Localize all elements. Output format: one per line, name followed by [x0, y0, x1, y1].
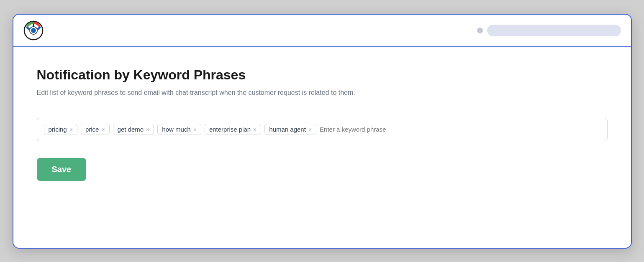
- tag-remove-button[interactable]: ×: [253, 127, 257, 132]
- tag-remove-button[interactable]: ×: [101, 127, 105, 132]
- chrome-logo-icon: [23, 20, 44, 41]
- address-bar[interactable]: [487, 25, 621, 36]
- browser-header: [13, 15, 631, 47]
- page-description: Edit list of keyword phrases to send ema…: [37, 88, 608, 98]
- tag-label: price: [85, 126, 99, 133]
- tag-label: enterprise plan: [209, 126, 251, 133]
- page-title: Notification by Keyword Phrases: [37, 67, 608, 83]
- address-dot: [477, 28, 483, 33]
- tag-remove-button[interactable]: ×: [69, 127, 73, 132]
- address-bar-area: [477, 25, 621, 36]
- tag-item: how much×: [157, 124, 201, 135]
- tags-input-container[interactable]: pricing×price×get demo×how much×enterpri…: [37, 118, 608, 141]
- tag-item: get demo×: [113, 124, 154, 135]
- tag-remove-button[interactable]: ×: [308, 127, 312, 132]
- tag-item: enterprise plan×: [205, 124, 261, 135]
- tag-label: get demo: [118, 126, 144, 133]
- tag-item: human agent×: [264, 124, 316, 135]
- tag-label: pricing: [49, 126, 67, 133]
- browser-window: Notification by Keyword Phrases Edit lis…: [13, 14, 632, 249]
- keyword-phrase-input[interactable]: [320, 126, 600, 133]
- tag-item: pricing×: [44, 124, 77, 135]
- tag-label: human agent: [269, 126, 306, 133]
- save-button[interactable]: Save: [37, 158, 87, 181]
- browser-content: Notification by Keyword Phrases Edit lis…: [13, 47, 631, 248]
- tag-item: price×: [81, 124, 110, 135]
- svg-point-3: [31, 28, 36, 33]
- tag-remove-button[interactable]: ×: [146, 127, 149, 132]
- tag-remove-button[interactable]: ×: [193, 127, 197, 132]
- tag-label: how much: [162, 126, 190, 133]
